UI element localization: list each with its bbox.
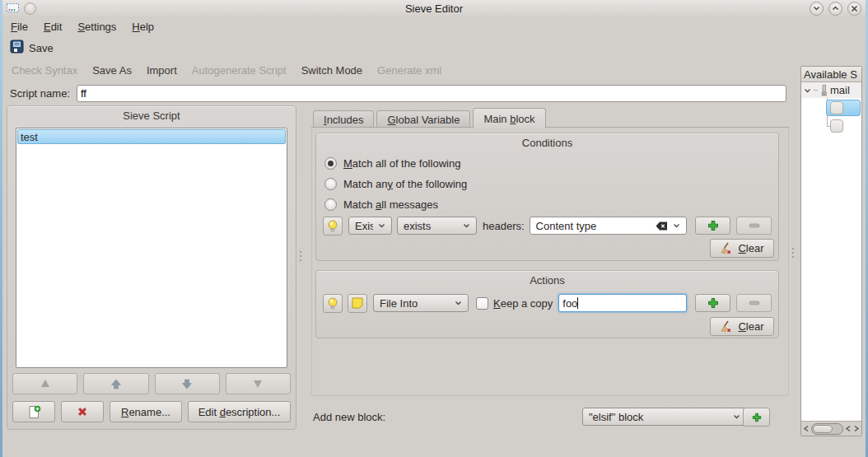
splitter-handle-right[interactable] xyxy=(791,244,795,262)
headers-label: headers: xyxy=(483,220,525,232)
plus-icon xyxy=(707,297,719,309)
window-resize-edge-left[interactable] xyxy=(0,0,2,457)
move-down-button[interactable] xyxy=(155,373,220,394)
available-scripts-header[interactable]: Available S xyxy=(801,67,861,82)
add-condition-button[interactable] xyxy=(695,217,730,235)
tree-item-script-1[interactable] xyxy=(801,100,861,117)
maximize-button[interactable] xyxy=(828,2,842,16)
script-active-checkbox[interactable] xyxy=(830,101,843,114)
minimize-button[interactable] xyxy=(810,2,824,16)
horizontal-scrollbar[interactable] xyxy=(801,421,861,436)
keep-copy-checkbox[interactable] xyxy=(476,297,488,310)
minus-icon xyxy=(749,301,760,305)
chevron-down-icon xyxy=(813,6,820,11)
condition-help-button[interactable] xyxy=(323,217,343,235)
available-scripts-panel: Available S mail xyxy=(800,66,862,436)
window-title: Sieve Editor xyxy=(0,2,868,15)
new-document-icon xyxy=(27,405,41,419)
import-button[interactable]: Import xyxy=(147,64,177,77)
action-help-button[interactable] xyxy=(323,294,343,313)
available-scripts-tree[interactable]: mail xyxy=(801,82,861,421)
scroll-left-icon[interactable] xyxy=(845,425,852,432)
radio-match-all-messages[interactable]: Match all messages xyxy=(324,196,438,212)
chevron-down-icon xyxy=(455,301,462,305)
save-label: Save xyxy=(29,42,54,54)
action-comment-button[interactable] xyxy=(348,294,367,313)
lightbulb-icon xyxy=(327,297,338,310)
tab-main-block[interactable]: Main block xyxy=(473,108,545,128)
app-window: Sieve Editor File Edit Settings Help xyxy=(0,0,868,457)
radio-button-icon xyxy=(324,198,337,211)
save-button[interactable]: Save xyxy=(7,38,57,58)
add-action-button[interactable] xyxy=(695,294,730,312)
tree-branch xyxy=(814,90,818,91)
file-into-target-input[interactable]: foo xyxy=(558,294,687,312)
delete-script-button[interactable] xyxy=(61,401,104,422)
arrow-up-icon xyxy=(110,379,122,389)
autogenerate-script-button: Autogenerate Script xyxy=(192,64,287,77)
lightbulb-icon xyxy=(327,220,338,232)
add-block-label: Add new block: xyxy=(313,411,385,423)
script-list[interactable]: test xyxy=(16,128,287,368)
action-type-select[interactable]: File Into xyxy=(373,294,469,312)
scrollbar-thumb[interactable] xyxy=(813,425,833,433)
sticky-note-icon xyxy=(351,296,364,310)
delete-icon xyxy=(77,406,88,417)
expander-icon[interactable] xyxy=(804,88,811,93)
menu-edit[interactable]: Edit xyxy=(44,21,62,33)
tree-item-server[interactable]: mail xyxy=(801,82,861,98)
chevron-down-icon xyxy=(673,223,680,228)
sieve-script-panel: Sieve Script test xyxy=(7,105,296,430)
sieve-script-panel-title: Sieve Script xyxy=(7,106,296,122)
script-actions-toolbar: Check Syntax Save As Import Autogenerate… xyxy=(0,59,868,81)
move-top-icon xyxy=(40,379,51,389)
scroll-right-icon[interactable] xyxy=(853,425,860,432)
move-bottom-button[interactable] xyxy=(226,373,291,394)
move-top-button[interactable] xyxy=(12,373,77,394)
header-value-combobox[interactable]: Content type xyxy=(530,217,687,235)
script-active-checkbox[interactable] xyxy=(830,119,843,133)
close-icon xyxy=(851,5,858,12)
conditions-clear-button[interactable]: Clear xyxy=(710,239,774,258)
splitter-handle-left[interactable] xyxy=(299,247,302,265)
tree-item-script-2[interactable] xyxy=(801,118,861,135)
conditions-group: Conditions Match all of the following Ma… xyxy=(315,133,779,261)
save-as-button[interactable]: Save As xyxy=(92,64,132,77)
close-button[interactable] xyxy=(847,2,861,16)
broom-icon xyxy=(720,242,733,254)
check-syntax-button: Check Syntax xyxy=(12,64,77,77)
tab-bar: Includes Global Variable Main block xyxy=(311,105,789,128)
remove-condition-button[interactable] xyxy=(736,217,772,235)
scroll-left-icon[interactable] xyxy=(803,425,810,432)
comparator-select[interactable]: Exist xyxy=(348,217,392,235)
actions-clear-button[interactable]: Clear xyxy=(710,317,774,336)
actions-title: Actions xyxy=(316,271,778,287)
menu-settings[interactable]: Settings xyxy=(77,21,116,33)
minus-icon xyxy=(749,223,760,228)
remove-action-button[interactable] xyxy=(736,294,772,312)
menu-help[interactable]: Help xyxy=(132,21,154,33)
add-block-select[interactable]: "elsif" block xyxy=(582,408,747,426)
switch-mode-button[interactable]: Switch Mode xyxy=(301,64,362,77)
new-script-button[interactable] xyxy=(12,401,55,422)
script-name-input[interactable] xyxy=(77,85,786,102)
add-block-button[interactable] xyxy=(743,408,770,427)
plus-icon xyxy=(707,220,719,231)
generate-xml-button: Generate xml xyxy=(377,64,441,77)
edit-description-button[interactable]: Edit description... xyxy=(188,401,291,422)
move-up-button[interactable] xyxy=(83,373,148,394)
radio-match-any-following[interactable]: Match any of the following xyxy=(324,175,467,192)
menu-file[interactable]: File xyxy=(11,21,28,33)
menubar: File Edit Settings Help xyxy=(0,16,868,36)
scrollbar-track[interactable] xyxy=(811,423,843,435)
window-menu-button[interactable] xyxy=(24,2,36,15)
tab-global-variable[interactable]: Global Variable xyxy=(376,110,470,128)
clear-text-icon[interactable] xyxy=(656,222,668,231)
match-type-select[interactable]: exists xyxy=(397,217,477,235)
radio-match-all-following[interactable]: Match all of the following xyxy=(324,155,460,171)
tab-includes[interactable]: Includes xyxy=(313,110,374,128)
list-item[interactable]: test xyxy=(17,129,286,144)
rename-button[interactable]: Rename... xyxy=(110,401,182,422)
chevron-down-icon xyxy=(463,223,470,228)
chevron-down-icon xyxy=(733,414,740,419)
